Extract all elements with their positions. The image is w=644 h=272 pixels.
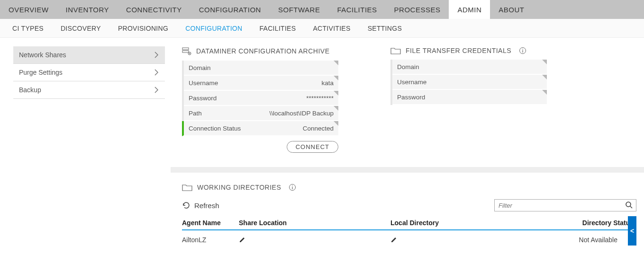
tab-about[interactable]: ABOUT bbox=[490, 0, 533, 19]
subtab-settings[interactable]: SETTINGS bbox=[359, 25, 410, 32]
subtab-activities[interactable]: ACTIVITIES bbox=[304, 25, 359, 32]
prop-value: *********** bbox=[306, 95, 334, 102]
refresh-button[interactable]: Refresh bbox=[182, 201, 219, 210]
cell-local-directory[interactable] bbox=[390, 230, 542, 249]
prop-label: Domain bbox=[189, 64, 211, 71]
working-directories-section: WORKING DIRECTORIES Refresh bbox=[182, 183, 636, 249]
col-directory-status[interactable]: Directory Status bbox=[542, 216, 636, 230]
cell-directory-status: Not Available bbox=[542, 230, 636, 249]
prop-label: Path bbox=[189, 110, 202, 117]
chevron-right-icon bbox=[154, 69, 159, 76]
info-icon[interactable] bbox=[289, 184, 296, 191]
svg-rect-8 bbox=[292, 187, 293, 189]
cell-agent-name: AiltonLZ bbox=[182, 230, 239, 249]
subtab-ci-types[interactable]: CI TYPES bbox=[4, 25, 52, 32]
archive-domain-row[interactable]: Domain bbox=[184, 61, 338, 76]
archive-username-row[interactable]: Username kata bbox=[184, 76, 338, 91]
edit-icon[interactable] bbox=[239, 237, 388, 243]
subtab-discovery[interactable]: DISCOVERY bbox=[52, 25, 109, 32]
archive-path-row[interactable]: Path \\localhost\IDP Backup bbox=[184, 106, 338, 121]
top-tabs: OVERVIEW INVENTORY CONNECTIVITY CONFIGUR… bbox=[0, 0, 644, 19]
info-icon[interactable] bbox=[519, 47, 526, 54]
prop-value: \\localhost\IDP Backup bbox=[269, 110, 334, 117]
sidebar-item-label: Network Shares bbox=[19, 51, 66, 59]
folder-icon bbox=[182, 183, 192, 192]
prop-value: Connected bbox=[303, 125, 334, 132]
tab-overview[interactable]: OVERVIEW bbox=[0, 0, 57, 19]
cred-password-row[interactable]: Password bbox=[392, 90, 547, 105]
cred-username-row[interactable]: Username bbox=[392, 75, 547, 90]
section-divider bbox=[171, 167, 644, 173]
svg-rect-5 bbox=[522, 50, 523, 53]
sidebar-item-backup[interactable]: Backup bbox=[13, 81, 165, 99]
prop-label: Password bbox=[397, 94, 425, 101]
tab-admin[interactable]: ADMIN bbox=[449, 0, 490, 19]
chevron-right-icon bbox=[154, 51, 159, 59]
tab-configuration[interactable]: CONFIGURATION bbox=[190, 0, 270, 19]
col-agent-name[interactable]: Agent Name bbox=[182, 216, 239, 230]
prop-label: Password bbox=[189, 95, 217, 102]
svg-rect-0 bbox=[182, 48, 189, 50]
credentials-panel: FILE TRANSFER CREDENTIALS Domain Usernam… bbox=[390, 46, 547, 153]
filter-input[interactable] bbox=[494, 199, 636, 211]
col-share-location[interactable]: Share Location bbox=[239, 216, 390, 230]
subtab-facilities[interactable]: FACILITIES bbox=[251, 25, 304, 32]
archive-panel: DATAMINER CONFIGURATION ARCHIVE Domain U… bbox=[182, 46, 338, 153]
tab-connectivity[interactable]: CONNECTIVITY bbox=[118, 0, 190, 19]
tab-inventory[interactable]: INVENTORY bbox=[57, 0, 118, 19]
refresh-label: Refresh bbox=[194, 202, 219, 210]
credentials-panel-title: FILE TRANSFER CREDENTIALS bbox=[406, 47, 511, 54]
tab-facilities[interactable]: FACILITIES bbox=[328, 0, 385, 19]
search-icon bbox=[625, 201, 633, 209]
sidebar-item-label: Backup bbox=[19, 86, 41, 94]
prop-label: Username bbox=[397, 79, 426, 86]
working-directories-title: WORKING DIRECTORIES bbox=[197, 184, 281, 191]
tab-software[interactable]: SOFTWARE bbox=[270, 0, 328, 19]
folder-icon bbox=[390, 46, 401, 55]
prop-label: Domain bbox=[397, 63, 419, 70]
working-directories-table: Agent Name Share Location Local Director… bbox=[182, 216, 636, 249]
col-local-directory[interactable]: Local Directory bbox=[390, 216, 542, 230]
chevron-right-icon bbox=[154, 86, 159, 94]
prop-label: Connection Status bbox=[189, 125, 241, 132]
sub-tabs: CI TYPES DISCOVERY PROVISIONING CONFIGUR… bbox=[0, 19, 644, 38]
svg-point-4 bbox=[522, 49, 523, 50]
svg-line-10 bbox=[630, 206, 632, 208]
archive-password-row[interactable]: Password *********** bbox=[184, 91, 338, 106]
subtab-provisioning[interactable]: PROVISIONING bbox=[109, 25, 177, 32]
svg-rect-1 bbox=[182, 51, 189, 53]
refresh-icon bbox=[182, 201, 190, 210]
prop-label: Username bbox=[189, 79, 218, 87]
expand-handle[interactable]: < bbox=[628, 216, 636, 246]
edit-icon[interactable] bbox=[390, 237, 539, 243]
sidebar-item-purge-settings[interactable]: Purge Settings bbox=[13, 64, 165, 81]
sidebar: Network Shares Purge Settings Backup bbox=[0, 46, 171, 259]
sidebar-item-label: Purge Settings bbox=[19, 69, 63, 76]
connect-button[interactable]: CONNECT bbox=[287, 141, 338, 153]
archive-panel-title: DATAMINER CONFIGURATION ARCHIVE bbox=[196, 47, 330, 55]
svg-point-9 bbox=[626, 202, 631, 207]
svg-point-7 bbox=[292, 185, 293, 186]
archive-status-row: Connection Status Connected bbox=[182, 121, 338, 136]
content-area: DATAMINER CONFIGURATION ARCHIVE Domain U… bbox=[171, 46, 644, 259]
cell-share-location[interactable] bbox=[239, 230, 390, 249]
tab-processes[interactable]: PROCESSES bbox=[386, 0, 449, 19]
cred-domain-row[interactable]: Domain bbox=[392, 60, 547, 75]
sidebar-item-network-shares[interactable]: Network Shares bbox=[13, 46, 165, 64]
archive-icon bbox=[182, 46, 191, 56]
table-row[interactable]: AiltonLZ Not Availab bbox=[182, 230, 636, 249]
prop-value: kata bbox=[321, 79, 334, 87]
subtab-configuration[interactable]: CONFIGURATION bbox=[177, 25, 251, 32]
